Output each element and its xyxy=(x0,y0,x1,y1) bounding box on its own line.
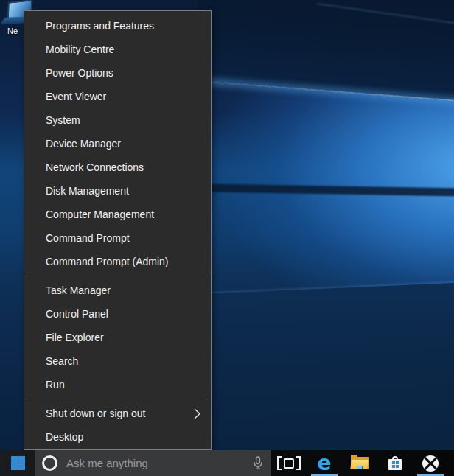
menu-item-label: Search xyxy=(46,355,202,367)
menu-item-label: Command Prompt (Admin) xyxy=(46,256,202,267)
file-explorer-taskbar-button[interactable] xyxy=(342,450,377,476)
menu-item-device-manager[interactable]: Device Manager xyxy=(24,132,211,155)
menu-item-control-panel[interactable]: Control Panel xyxy=(24,302,211,326)
menu-item-event-viewer[interactable]: Event Viewer xyxy=(24,85,211,108)
xbox-icon xyxy=(422,455,439,472)
menu-item-label: Disk Management xyxy=(46,185,202,197)
menu-item-task-manager[interactable]: Task Manager xyxy=(24,279,211,302)
menu-item-programs-and-features[interactable]: Programs and Features xyxy=(24,14,211,38)
store-taskbar-button[interactable] xyxy=(377,450,413,476)
menu-item-label: System xyxy=(46,114,202,126)
cortana-icon xyxy=(42,455,57,471)
menu-item-label: Control Panel xyxy=(46,308,202,320)
menu-item-label: Desktop xyxy=(46,431,202,443)
winx-menu: Programs and Features Mobility Centre Po… xyxy=(24,10,212,450)
menu-item-label: Power Options xyxy=(46,67,202,79)
file-explorer-icon xyxy=(351,457,369,469)
menu-separator xyxy=(27,399,208,399)
menu-item-disk-management[interactable]: Disk Management xyxy=(24,179,211,203)
search-placeholder: Ask me anything xyxy=(66,457,253,469)
taskbar: Ask me anything e xyxy=(0,450,454,476)
menu-item-label: Task Manager xyxy=(46,284,202,296)
menu-item-search[interactable]: Search xyxy=(24,349,211,373)
wallpaper-dark-bottom xyxy=(184,272,454,450)
menu-item-run[interactable]: Run xyxy=(24,373,211,396)
menu-item-label: Device Manager xyxy=(46,138,202,150)
menu-item-label: Computer Management xyxy=(46,209,202,220)
store-icon xyxy=(388,456,402,471)
edge-icon: e xyxy=(318,453,332,474)
submenu-chevron-icon xyxy=(194,408,200,419)
menu-item-label: Mobility Centre xyxy=(46,43,202,55)
menu-item-label: Command Prompt xyxy=(46,232,202,244)
menu-item-system[interactable]: System xyxy=(24,108,211,132)
menu-item-power-options[interactable]: Power Options xyxy=(24,61,211,85)
menu-item-label: Programs and Features xyxy=(46,20,202,32)
xbox-taskbar-button[interactable] xyxy=(413,450,448,476)
menu-item-mobility-centre[interactable]: Mobility Centre xyxy=(24,38,211,61)
edge-taskbar-button[interactable]: e xyxy=(307,450,342,476)
menu-item-label: File Explorer xyxy=(46,332,202,343)
menu-separator xyxy=(27,276,208,276)
menu-item-command-prompt[interactable]: Command Prompt xyxy=(24,226,211,250)
menu-item-label: Event Viewer xyxy=(46,91,202,102)
task-view-icon xyxy=(277,456,301,470)
menu-item-desktop[interactable]: Desktop xyxy=(24,425,211,449)
menu-item-command-prompt-admin[interactable]: Command Prompt (Admin) xyxy=(24,250,211,273)
microphone-icon[interactable] xyxy=(253,456,263,470)
cortana-search-box[interactable]: Ask me anything xyxy=(35,450,271,476)
menu-item-computer-management[interactable]: Computer Management xyxy=(24,203,211,226)
menu-item-network-connections[interactable]: Network Connections xyxy=(24,155,211,179)
task-view-button[interactable] xyxy=(271,450,307,476)
menu-item-label: Shut down or sign out xyxy=(46,407,194,419)
menu-item-file-explorer[interactable]: File Explorer xyxy=(24,326,211,349)
windows-logo-icon xyxy=(11,456,25,470)
start-button[interactable] xyxy=(0,450,35,476)
menu-item-shut-down-or-sign-out[interactable]: Shut down or sign out xyxy=(24,402,211,425)
menu-item-label: Network Connections xyxy=(46,161,202,173)
menu-item-label: Run xyxy=(46,379,202,391)
